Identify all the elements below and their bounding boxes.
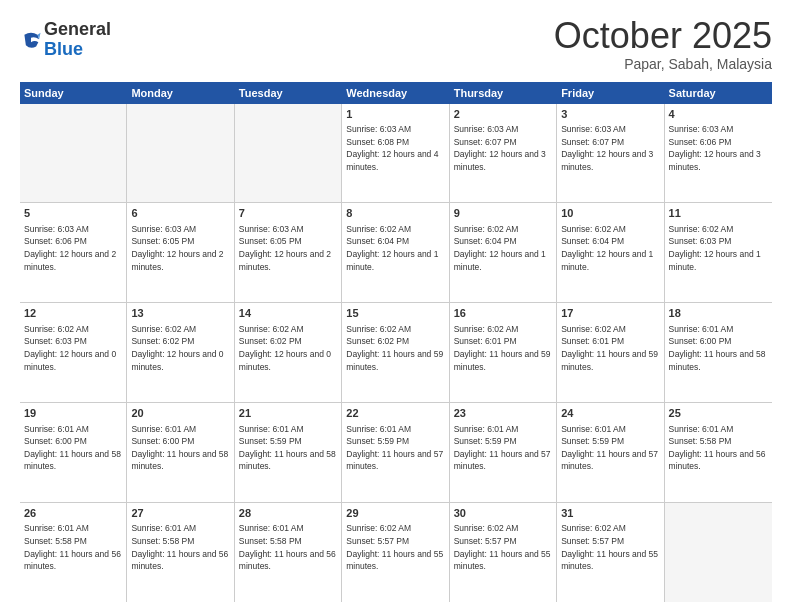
day-number: 8 (346, 206, 444, 221)
calendar-day-1: 1Sunrise: 6:03 AM Sunset: 6:08 PM Daylig… (342, 104, 449, 203)
day-number: 21 (239, 406, 337, 421)
day-info: Sunrise: 6:03 AM Sunset: 6:08 PM Dayligh… (346, 124, 438, 172)
day-info: Sunrise: 6:01 AM Sunset: 6:00 PM Dayligh… (131, 424, 228, 472)
calendar-day-29: 29Sunrise: 6:02 AM Sunset: 5:57 PM Dayli… (342, 503, 449, 602)
day-number: 18 (669, 306, 768, 321)
day-info: Sunrise: 6:02 AM Sunset: 6:04 PM Dayligh… (454, 224, 546, 272)
calendar-header: SundayMondayTuesdayWednesdayThursdayFrid… (20, 82, 772, 104)
day-number: 30 (454, 506, 552, 521)
calendar-week-2: 5Sunrise: 6:03 AM Sunset: 6:06 PM Daylig… (20, 203, 772, 303)
logo-text: General Blue (44, 20, 111, 60)
day-number: 15 (346, 306, 444, 321)
header-day-wednesday: Wednesday (342, 82, 449, 104)
logo: General Blue (20, 20, 111, 60)
day-info: Sunrise: 6:02 AM Sunset: 5:57 PM Dayligh… (454, 523, 551, 571)
day-info: Sunrise: 6:02 AM Sunset: 6:02 PM Dayligh… (239, 324, 331, 372)
calendar-day-23: 23Sunrise: 6:01 AM Sunset: 5:59 PM Dayli… (450, 403, 557, 502)
day-number: 16 (454, 306, 552, 321)
calendar-day-13: 13Sunrise: 6:02 AM Sunset: 6:02 PM Dayli… (127, 303, 234, 402)
day-number: 13 (131, 306, 229, 321)
calendar-day-6: 6Sunrise: 6:03 AM Sunset: 6:05 PM Daylig… (127, 203, 234, 302)
day-info: Sunrise: 6:01 AM Sunset: 5:59 PM Dayligh… (561, 424, 658, 472)
location-subtitle: Papar, Sabah, Malaysia (554, 56, 772, 72)
day-number: 5 (24, 206, 122, 221)
calendar-day-11: 11Sunrise: 6:02 AM Sunset: 6:03 PM Dayli… (665, 203, 772, 302)
page: General Blue October 2025 Papar, Sabah, … (0, 0, 792, 612)
day-info: Sunrise: 6:02 AM Sunset: 6:02 PM Dayligh… (131, 324, 223, 372)
day-number: 31 (561, 506, 659, 521)
day-number: 2 (454, 107, 552, 122)
day-number: 12 (24, 306, 122, 321)
calendar-day-empty (20, 104, 127, 203)
calendar-day-4: 4Sunrise: 6:03 AM Sunset: 6:06 PM Daylig… (665, 104, 772, 203)
calendar-day-empty (127, 104, 234, 203)
day-info: Sunrise: 6:03 AM Sunset: 6:06 PM Dayligh… (24, 224, 116, 272)
day-number: 19 (24, 406, 122, 421)
day-number: 20 (131, 406, 229, 421)
calendar-day-2: 2Sunrise: 6:03 AM Sunset: 6:07 PM Daylig… (450, 104, 557, 203)
day-info: Sunrise: 6:02 AM Sunset: 6:01 PM Dayligh… (561, 324, 658, 372)
day-info: Sunrise: 6:03 AM Sunset: 6:06 PM Dayligh… (669, 124, 761, 172)
day-number: 11 (669, 206, 768, 221)
month-title: October 2025 (554, 16, 772, 56)
header-day-thursday: Thursday (450, 82, 557, 104)
day-number: 3 (561, 107, 659, 122)
calendar-day-7: 7Sunrise: 6:03 AM Sunset: 6:05 PM Daylig… (235, 203, 342, 302)
day-info: Sunrise: 6:02 AM Sunset: 6:01 PM Dayligh… (454, 324, 551, 372)
day-number: 7 (239, 206, 337, 221)
calendar-day-19: 19Sunrise: 6:01 AM Sunset: 6:00 PM Dayli… (20, 403, 127, 502)
calendar-body: 1Sunrise: 6:03 AM Sunset: 6:08 PM Daylig… (20, 104, 772, 602)
header-day-saturday: Saturday (665, 82, 772, 104)
day-info: Sunrise: 6:01 AM Sunset: 5:59 PM Dayligh… (346, 424, 443, 472)
calendar: SundayMondayTuesdayWednesdayThursdayFrid… (20, 82, 772, 602)
calendar-day-30: 30Sunrise: 6:02 AM Sunset: 5:57 PM Dayli… (450, 503, 557, 602)
day-info: Sunrise: 6:03 AM Sunset: 6:05 PM Dayligh… (131, 224, 223, 272)
day-info: Sunrise: 6:03 AM Sunset: 6:07 PM Dayligh… (454, 124, 546, 172)
calendar-day-10: 10Sunrise: 6:02 AM Sunset: 6:04 PM Dayli… (557, 203, 664, 302)
day-number: 17 (561, 306, 659, 321)
day-number: 26 (24, 506, 122, 521)
day-info: Sunrise: 6:02 AM Sunset: 6:03 PM Dayligh… (669, 224, 761, 272)
day-info: Sunrise: 6:01 AM Sunset: 5:58 PM Dayligh… (669, 424, 766, 472)
day-info: Sunrise: 6:03 AM Sunset: 6:05 PM Dayligh… (239, 224, 331, 272)
calendar-day-31: 31Sunrise: 6:02 AM Sunset: 5:57 PM Dayli… (557, 503, 664, 602)
calendar-day-16: 16Sunrise: 6:02 AM Sunset: 6:01 PM Dayli… (450, 303, 557, 402)
day-info: Sunrise: 6:01 AM Sunset: 5:58 PM Dayligh… (24, 523, 121, 571)
calendar-week-3: 12Sunrise: 6:02 AM Sunset: 6:03 PM Dayli… (20, 303, 772, 403)
day-info: Sunrise: 6:02 AM Sunset: 6:04 PM Dayligh… (346, 224, 438, 272)
day-info: Sunrise: 6:01 AM Sunset: 5:58 PM Dayligh… (239, 523, 336, 571)
day-number: 6 (131, 206, 229, 221)
calendar-week-4: 19Sunrise: 6:01 AM Sunset: 6:00 PM Dayli… (20, 403, 772, 503)
day-info: Sunrise: 6:03 AM Sunset: 6:07 PM Dayligh… (561, 124, 653, 172)
calendar-day-empty (665, 503, 772, 602)
calendar-day-9: 9Sunrise: 6:02 AM Sunset: 6:04 PM Daylig… (450, 203, 557, 302)
logo-icon (20, 29, 42, 51)
header-day-sunday: Sunday (20, 82, 127, 104)
day-number: 4 (669, 107, 768, 122)
day-info: Sunrise: 6:01 AM Sunset: 5:59 PM Dayligh… (239, 424, 336, 472)
day-number: 1 (346, 107, 444, 122)
calendar-day-14: 14Sunrise: 6:02 AM Sunset: 6:02 PM Dayli… (235, 303, 342, 402)
day-number: 23 (454, 406, 552, 421)
header-day-monday: Monday (127, 82, 234, 104)
calendar-day-22: 22Sunrise: 6:01 AM Sunset: 5:59 PM Dayli… (342, 403, 449, 502)
calendar-day-3: 3Sunrise: 6:03 AM Sunset: 6:07 PM Daylig… (557, 104, 664, 203)
day-info: Sunrise: 6:01 AM Sunset: 5:58 PM Dayligh… (131, 523, 228, 571)
calendar-week-1: 1Sunrise: 6:03 AM Sunset: 6:08 PM Daylig… (20, 104, 772, 204)
title-block: October 2025 Papar, Sabah, Malaysia (554, 16, 772, 72)
day-info: Sunrise: 6:01 AM Sunset: 6:00 PM Dayligh… (669, 324, 766, 372)
day-number: 29 (346, 506, 444, 521)
calendar-day-15: 15Sunrise: 6:02 AM Sunset: 6:02 PM Dayli… (342, 303, 449, 402)
header-day-tuesday: Tuesday (235, 82, 342, 104)
day-number: 14 (239, 306, 337, 321)
day-info: Sunrise: 6:01 AM Sunset: 5:59 PM Dayligh… (454, 424, 551, 472)
calendar-day-empty (235, 104, 342, 203)
calendar-day-17: 17Sunrise: 6:02 AM Sunset: 6:01 PM Dayli… (557, 303, 664, 402)
day-number: 10 (561, 206, 659, 221)
day-number: 22 (346, 406, 444, 421)
header: General Blue October 2025 Papar, Sabah, … (20, 16, 772, 72)
calendar-day-5: 5Sunrise: 6:03 AM Sunset: 6:06 PM Daylig… (20, 203, 127, 302)
calendar-day-8: 8Sunrise: 6:02 AM Sunset: 6:04 PM Daylig… (342, 203, 449, 302)
day-number: 9 (454, 206, 552, 221)
day-info: Sunrise: 6:02 AM Sunset: 6:04 PM Dayligh… (561, 224, 653, 272)
